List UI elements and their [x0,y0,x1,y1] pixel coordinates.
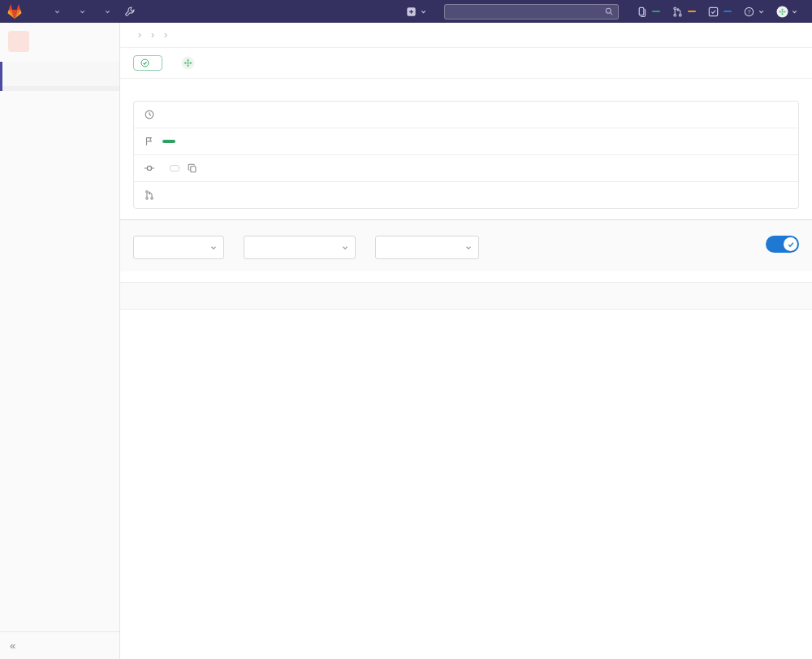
todos-button[interactable] [702,0,737,23]
topbar-right: ? [400,0,804,23]
flag-icon [144,136,155,147]
issues-count-badge [652,11,660,12]
chevron-down-icon [420,8,427,15]
security-filters [120,220,812,271]
search-input[interactable] [444,4,619,20]
gitlab-logo[interactable] [6,4,28,20]
user-avatar [776,6,788,18]
severity-select[interactable] [133,236,224,259]
issues-icon [636,6,648,18]
global-search [444,4,619,20]
copy-icon[interactable] [187,163,198,174]
report-type-select[interactable] [375,236,479,259]
question-icon: ? [743,6,755,18]
sidebar-item-ci-cd[interactable] [2,62,119,86]
chevron-down-icon [791,8,798,15]
todos-count-badge [723,11,732,12]
project-sidebar: « [0,23,120,659]
menu-projects[interactable] [43,0,68,23]
commit-icon [144,163,155,174]
svg-text:?: ? [748,8,751,14]
merge-requests-count-badge [688,11,696,12]
topbar-left [6,0,142,23]
merge-requests-shortcut-button[interactable] [666,0,702,23]
triggerer-avatar [181,56,195,70]
commit-row [134,154,798,181]
vulnerability-table-header [120,282,812,310]
jobs-summary-row [134,102,798,128]
confidence-select[interactable] [244,236,356,259]
confidence-filter [244,230,356,259]
related-mr-row [134,181,798,208]
pipeline-info-box [133,101,799,209]
breadcrumb-separator: › [138,29,141,41]
todos-icon [707,6,719,18]
chevron-down-icon [464,244,473,252]
search-icon [604,7,614,16]
tanuki-icon [6,4,23,20]
project-header[interactable] [0,23,119,62]
report-type-filter [375,230,479,259]
new-menu-button[interactable] [400,0,433,23]
hide-dismissed-toggle[interactable] [766,236,799,253]
check-circle-icon [140,58,150,68]
plus-square-icon [405,6,417,18]
commit-description-toggle[interactable] [170,165,179,171]
menu-more[interactable] [93,0,119,23]
sidebar-ci-submenu [2,86,119,91]
topbar-menus [43,0,119,23]
project-avatar [8,31,29,52]
chevron-down-icon [341,244,349,252]
vulnerability-table [120,282,812,310]
chevron-down-icon [54,8,61,15]
chevron-down-icon [758,8,765,15]
toggle-knob [784,237,797,251]
clock-icon [144,109,155,120]
check-icon [787,241,795,249]
pipeline-status-row [120,48,812,79]
latest-row [134,128,798,154]
severity-filter [133,230,224,259]
topbar: ? [0,0,812,23]
help-menu-button[interactable]: ? [737,0,771,23]
chevron-down-icon [104,8,111,15]
pipeline-status-badge[interactable] [133,55,162,71]
issues-shortcut-button[interactable] [630,0,666,23]
chevron-down-icon [79,8,86,15]
wrench-icon [124,6,136,18]
sidebar-ci-section [0,62,119,91]
hide-dismissed-group [766,230,799,253]
page-title [120,79,812,93]
breadcrumb-separator: › [164,29,167,41]
latest-badge [162,140,175,143]
user-menu-button[interactable] [771,0,804,23]
angle-double-left-icon: « [10,639,15,652]
merge-request-icon [672,6,684,18]
breadcrumb: › › › [120,23,812,48]
gitlab-app: ? « › › › [0,0,812,659]
chevron-down-icon [209,244,218,252]
admin-wrench-button[interactable] [119,0,142,23]
main-content: › › › [120,23,812,659]
collapse-sidebar-button[interactable]: « [0,631,119,659]
merge-request-icon [144,189,155,201]
menu-groups[interactable] [68,0,93,23]
breadcrumb-separator: › [151,29,154,41]
